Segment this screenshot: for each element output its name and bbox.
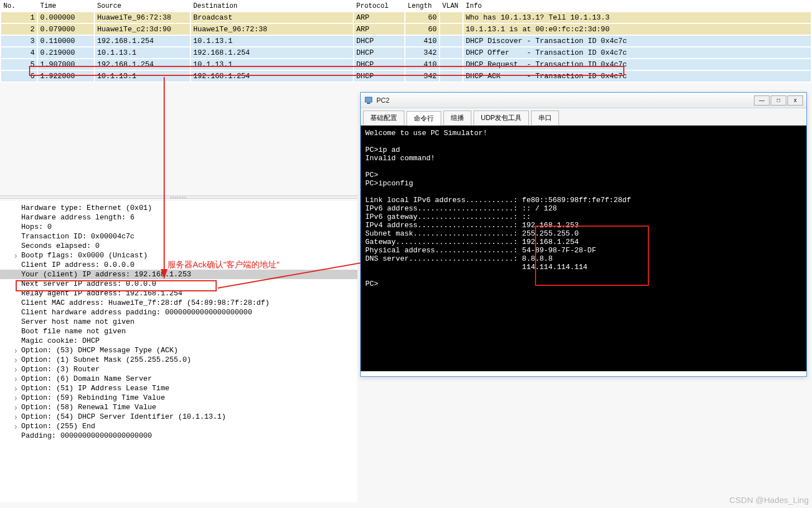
pc-tab[interactable]: 串口: [531, 111, 559, 125]
detail-line[interactable]: Transaction ID: 0x00004c7c: [0, 232, 357, 241]
pc2-console[interactable]: Welcome to use PC Simulator! PC>ip ad In…: [361, 126, 806, 371]
packet-cell: DHCP Offer - Transaction ID 0x4c7c: [464, 47, 811, 58]
packet-cell: 0.079000: [38, 24, 94, 35]
pc2-title: PC2: [376, 97, 753, 104]
maximize-button[interactable]: □: [771, 95, 786, 106]
detail-line[interactable]: Option: (53) DHCP Message Type (ACK): [0, 346, 357, 355]
packet-row[interactable]: 30.110000192.168.1.25410.1.13.1DHCP410DH…: [1, 36, 811, 46]
packet-cell: [440, 71, 462, 82]
packet-cell: 5: [1, 59, 37, 70]
packet-cell: HuaweiTe_96:72:38: [95, 12, 190, 23]
detail-line[interactable]: Your (client) IP address: 192.168.1.253: [0, 270, 357, 279]
packet-cell: 410: [405, 36, 439, 46]
detail-line[interactable]: Client MAC address: HuaweiTe_7f:28:df (5…: [0, 298, 357, 308]
detail-line[interactable]: Option: (255) End: [0, 421, 357, 431]
packet-cell: 2: [1, 24, 37, 35]
packet-cell: [440, 59, 462, 70]
minimize-button[interactable]: —: [754, 95, 770, 106]
packet-cell: 60: [405, 12, 439, 23]
col-source[interactable]: Source: [95, 1, 190, 11]
packet-cell: 342: [405, 47, 439, 58]
detail-line[interactable]: Hops: 0: [0, 222, 357, 232]
packet-cell: 6: [1, 71, 37, 82]
packet-cell: DHCP: [354, 71, 404, 82]
pc-tab[interactable]: 命令行: [407, 111, 441, 126]
packet-cell: ARP: [354, 12, 404, 23]
pc2-tabs: 基础配置命令行组播UDP发包工具串口: [361, 108, 806, 126]
detail-line[interactable]: Option: (3) Router: [0, 365, 357, 374]
packet-cell: HuaweiTe_96:72:38: [191, 24, 353, 35]
col-info[interactable]: Info: [464, 1, 811, 11]
packet-cell: [440, 36, 462, 46]
packet-cell: 192.168.1.254: [95, 59, 190, 70]
detail-line[interactable]: Bootp flags: 0x0000 (Unicast): [0, 251, 357, 260]
col-length[interactable]: Length: [405, 1, 439, 11]
col-destination[interactable]: Destination: [191, 1, 353, 11]
packet-cell: 1.907000: [38, 59, 94, 70]
packet-row[interactable]: 10.000000HuaweiTe_96:72:38BroadcastARP60…: [1, 12, 811, 23]
svg-rect-2: [365, 97, 372, 102]
pc-tab[interactable]: 基础配置: [363, 111, 404, 125]
packet-cell: ARP: [354, 24, 404, 35]
packet-cell: HuaweiTe_c2:3d:90: [95, 24, 190, 35]
detail-line[interactable]: Hardware type: Ethernet (0x01): [0, 203, 357, 213]
pc-tab[interactable]: 组播: [443, 111, 471, 125]
packet-cell: 3: [1, 36, 37, 46]
packet-cell: 192.168.1.254: [191, 71, 353, 82]
packet-row[interactable]: 20.079000HuaweiTe_c2:3d:90HuaweiTe_96:72…: [1, 24, 811, 35]
detail-line[interactable]: Server host name not given: [0, 317, 357, 327]
packet-list-header: No. Time Source Destination Protocol Len…: [1, 1, 811, 11]
packet-cell: 1: [1, 12, 37, 23]
detail-line[interactable]: Padding: 000000000000000000000: [0, 431, 357, 440]
packet-row[interactable]: 40.21900010.1.13.1192.168.1.254DHCP342DH…: [1, 47, 811, 58]
detail-line[interactable]: Client hardware address padding: 0000000…: [0, 308, 357, 317]
pane-divider[interactable]: [0, 195, 357, 199]
watermark: CSDN @Hades_Ling: [729, 495, 809, 505]
packet-cell: 1.922000: [38, 71, 94, 82]
col-no[interactable]: No.: [1, 1, 37, 11]
packet-list-table[interactable]: No. Time Source Destination Protocol Len…: [0, 0, 812, 83]
packet-cell: 342: [405, 71, 439, 82]
packet-cell: 192.168.1.254: [95, 36, 190, 46]
detail-line[interactable]: Option: (58) Renewal Time Value: [0, 402, 357, 412]
packet-cell: [440, 24, 462, 35]
packet-cell: [440, 12, 462, 23]
col-vlan[interactable]: VLAN: [440, 1, 462, 11]
packet-cell: 4: [1, 47, 37, 58]
app-icon: [364, 96, 373, 105]
packet-row[interactable]: 61.92200010.1.13.1192.168.1.254DHCP342DH…: [1, 71, 811, 82]
packet-cell: 0.219000: [38, 47, 94, 58]
detail-line[interactable]: Hardware address length: 6: [0, 213, 357, 222]
close-button[interactable]: x: [787, 95, 803, 106]
packet-cell: 60: [405, 24, 439, 35]
pc2-titlebar[interactable]: PC2 — □ x: [361, 93, 806, 108]
detail-line[interactable]: Option: (6) Domain Name Server: [0, 374, 357, 384]
packet-cell: 410: [405, 59, 439, 70]
detail-line[interactable]: Option: (51) IP Address Lease Time: [0, 384, 357, 393]
detail-line[interactable]: Option: (54) DHCP Server Identifier (10.…: [0, 412, 357, 421]
packet-row[interactable]: 51.907000192.168.1.25410.1.13.1DHCP410DH…: [1, 59, 811, 70]
detail-line[interactable]: Next server IP address: 0.0.0.0: [0, 279, 357, 289]
packet-cell: 0.110000: [38, 36, 94, 46]
col-protocol[interactable]: Protocol: [354, 1, 404, 11]
pc2-window: PC2 — □ x 基础配置命令行组播UDP发包工具串口 Welcome to …: [360, 92, 807, 377]
detail-line[interactable]: Relay agent IP address: 192.168.1.254: [0, 289, 357, 298]
packet-cell: DHCP: [354, 36, 404, 46]
detail-line[interactable]: Option: (59) Rebinding Time Value: [0, 393, 357, 402]
pc-tab[interactable]: UDP发包工具: [474, 111, 529, 125]
packet-cell: 10.1.13.1: [191, 59, 353, 70]
detail-line[interactable]: Boot file name not given: [0, 327, 357, 336]
detail-line[interactable]: Option: (1) Subnet Mask (255.255.255.0): [0, 355, 357, 365]
packet-cell: 10.1.13.1: [95, 47, 190, 58]
packet-cell: DHCP: [354, 59, 404, 70]
packet-cell: DHCP Discover - Transaction ID 0x4c7c: [464, 36, 811, 46]
detail-line[interactable]: Seconds elapsed: 0: [0, 241, 357, 251]
detail-line[interactable]: Magic cookie: DHCP: [0, 336, 357, 346]
svg-rect-3: [367, 103, 370, 104]
packet-detail-pane[interactable]: Hardware type: Ethernet (0x01)Hardware a…: [0, 201, 357, 502]
packet-cell: DHCP ACK - Transaction ID 0x4c7c: [464, 71, 811, 82]
packet-cell: Broadcast: [191, 12, 353, 23]
col-time[interactable]: Time: [38, 1, 94, 11]
packet-cell: Who has 10.1.13.1? Tell 10.1.13.3: [464, 12, 811, 23]
detail-line[interactable]: Client IP address: 0.0.0.0: [0, 260, 357, 270]
